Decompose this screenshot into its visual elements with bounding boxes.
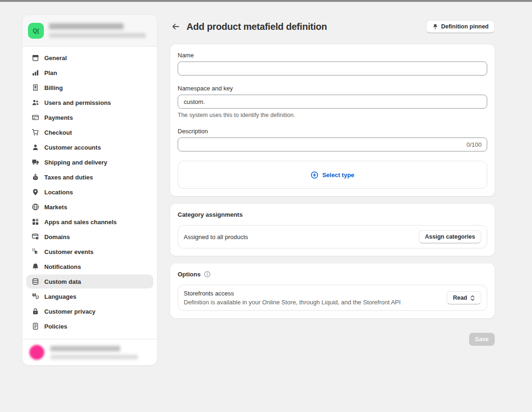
sidebar-item-label: General (44, 55, 67, 62)
name-field-group: Name (178, 52, 487, 76)
sidebar-item-shipping-and-delivery[interactable]: Shipping and delivery (26, 155, 153, 169)
billing-icon (32, 84, 39, 91)
apps-icon (32, 218, 39, 226)
user-name-redacted (50, 346, 120, 351)
sidebar-item-plan[interactable]: Plan (26, 66, 153, 80)
namespace-help-text: The system uses this to identify the def… (178, 112, 487, 118)
category-assignment-row: Assigned to all products Assign categori… (178, 225, 487, 248)
main-content: Add product metafield definition Definit… (170, 20, 495, 346)
back-arrow-icon (172, 22, 180, 31)
sidebar-item-label: Payments (44, 114, 73, 121)
customer-accounts-icon (32, 144, 39, 151)
sidebar-item-label: Customer accounts (44, 144, 101, 151)
storefront-access-value: Read (453, 295, 467, 301)
name-label: Name (178, 52, 487, 59)
pin-icon (432, 24, 438, 30)
sidebar-item-label: Languages (44, 293, 76, 300)
sidebar-item-apps-and-sales-channels[interactable]: Apps and sales channels (26, 215, 153, 229)
options-card: Options Storefronts access Definition is… (170, 263, 495, 318)
sidebar-item-label: Users and permissions (44, 99, 111, 106)
store-switcher[interactable]: Q( (22, 15, 157, 47)
sidebar-item-customer-events[interactable]: Customer events (26, 245, 153, 259)
sidebar-item-languages[interactable]: ALanguages (26, 289, 153, 303)
assign-categories-button[interactable]: Assign categories (419, 230, 481, 243)
sidebar-item-taxes-and-duties[interactable]: Taxes and duties (26, 170, 153, 184)
page-header: Add product metafield definition Definit… (170, 20, 495, 33)
storefronts-access-title: Storefronts access (184, 290, 401, 297)
plan-icon (32, 69, 39, 76)
sidebar-item-label: Billing (44, 84, 63, 91)
sidebar-item-label: Notifications (44, 263, 81, 270)
customer-events-icon (32, 248, 39, 255)
sidebar-item-label: Locations (44, 189, 73, 196)
plus-circle-icon (311, 171, 318, 179)
category-status-text: Assigned to all products (184, 233, 248, 240)
store-name-redacted (49, 23, 124, 29)
sidebar-item-custom-data[interactable]: Custom data (26, 275, 153, 288)
sidebar-item-general[interactable]: General (26, 51, 153, 65)
languages-icon: A (32, 293, 39, 300)
shipping-icon (32, 158, 39, 166)
definition-pinned-button[interactable]: Definition pinned (426, 20, 495, 33)
store-icon (32, 54, 39, 62)
sidebar-item-policies[interactable]: Policies (26, 319, 153, 333)
select-type-label: Select type (322, 172, 354, 179)
select-type-button[interactable]: Select type (178, 161, 487, 189)
sidebar-item-label: Markets (44, 204, 67, 211)
sidebar-item-markets[interactable]: Markets (26, 200, 153, 214)
category-assignments-card: Category assignments Assigned to all pro… (170, 204, 495, 256)
select-chevrons-icon (470, 295, 475, 301)
sidebar-item-checkout[interactable]: Checkout (26, 125, 153, 139)
sidebar-item-notifications[interactable]: Notifications (26, 260, 153, 274)
settings-nav: GeneralPlanBillingUsers and permissionsP… (22, 47, 157, 339)
markets-icon (32, 203, 39, 211)
description-input[interactable] (178, 137, 487, 151)
sidebar-item-label: Plan (44, 69, 57, 76)
definition-form-card: Name Namespace and key The system uses t… (170, 44, 495, 196)
description-label: Description (178, 128, 487, 135)
save-button[interactable]: Save (469, 333, 495, 346)
sidebar-item-label: Custom data (44, 278, 81, 285)
sidebar-item-label: Policies (44, 323, 67, 330)
settings-sidebar: Q( GeneralPlanBillingUsers and permissio… (22, 15, 157, 365)
sidebar-item-users-and-permissions[interactable]: Users and permissions (26, 96, 153, 110)
sidebar-item-customer-accounts[interactable]: Customer accounts (26, 140, 153, 154)
payments-icon (32, 114, 39, 121)
namespace-input[interactable] (178, 95, 487, 109)
sidebar-item-domains[interactable]: Domains (26, 230, 153, 244)
storefronts-access-description: Definition is available in your Online S… (184, 299, 401, 306)
user-account-row[interactable] (22, 339, 157, 365)
options-heading: Options (178, 271, 200, 278)
footer-actions: Save (170, 333, 495, 346)
users-icon (32, 99, 39, 106)
description-field-group: Description 0/100 (178, 128, 487, 151)
browser-top-strip (0, 0, 532, 2)
sidebar-item-payments[interactable]: Payments (26, 110, 153, 124)
back-button[interactable] (170, 21, 181, 32)
sidebar-item-label: Customer events (44, 248, 93, 255)
checkout-icon (32, 129, 39, 136)
category-assignments-heading: Category assignments (178, 211, 242, 218)
sidebar-item-label: Apps and sales channels (44, 219, 117, 226)
sidebar-item-label: Domains (44, 233, 70, 240)
custom-data-icon (32, 278, 39, 285)
name-input[interactable] (178, 62, 487, 76)
user-avatar-redacted (29, 345, 44, 360)
sidebar-item-locations[interactable]: Locations (26, 185, 153, 199)
sidebar-item-billing[interactable]: Billing (26, 81, 153, 95)
definition-pinned-label: Definition pinned (441, 23, 489, 30)
storefronts-access-row: Storefronts access Definition is availab… (178, 285, 487, 311)
namespace-label: Namespace and key (178, 85, 487, 92)
domains-icon (32, 233, 39, 240)
store-initials: Q( (33, 27, 39, 34)
taxes-icon (32, 173, 39, 181)
sidebar-item-label: Shipping and delivery (44, 159, 107, 166)
store-domain-redacted (49, 33, 146, 38)
storefront-access-select[interactable]: Read (447, 291, 481, 304)
notifications-icon (32, 263, 39, 270)
info-icon[interactable] (204, 271, 211, 278)
locations-icon (32, 188, 39, 196)
user-email-redacted (50, 355, 138, 359)
sidebar-item-customer-privacy[interactable]: Customer privacy (26, 304, 153, 318)
namespace-field-group: Namespace and key The system uses this t… (178, 85, 487, 118)
